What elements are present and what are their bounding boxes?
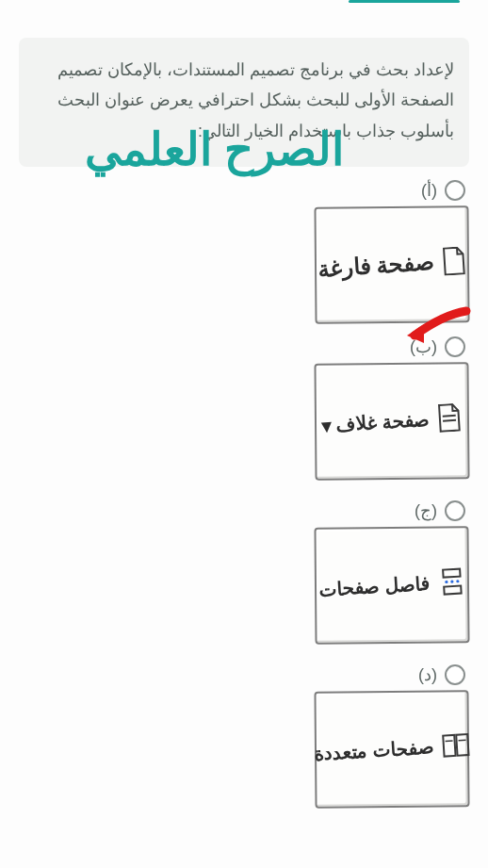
pointer-arrow-icon bbox=[405, 303, 471, 351]
tile-b[interactable]: صفحة غلاف ▾ bbox=[314, 362, 469, 480]
tile-a-text: صفحة فارغة bbox=[317, 249, 434, 282]
option-b: (ب) صفحة غلاف ▾ bbox=[19, 336, 469, 480]
svg-point-6 bbox=[449, 581, 452, 583]
tile-c[interactable]: فاصل صفحات bbox=[314, 526, 469, 644]
tile-d[interactable]: صفحات متعددة bbox=[314, 690, 469, 808]
svg-line-1 bbox=[443, 416, 456, 417]
tile-b-text: صفحة غلاف ▾ bbox=[321, 408, 431, 437]
option-c: (ج) فاصل صفحات bbox=[19, 500, 469, 644]
multi-page-icon bbox=[441, 732, 471, 759]
option-d: (د) صفحات متعددة bbox=[19, 664, 469, 808]
option-a-label: (أ) bbox=[421, 180, 437, 201]
page-cover-icon bbox=[437, 403, 464, 434]
option-c-label: (ج) bbox=[415, 500, 437, 521]
option-d-label: (د) bbox=[418, 664, 437, 685]
option-a: (أ) صفحة فارغة bbox=[19, 180, 469, 323]
page-break-icon bbox=[436, 566, 466, 597]
svg-point-5 bbox=[444, 581, 447, 583]
svg-rect-3 bbox=[442, 569, 459, 578]
svg-rect-9 bbox=[456, 734, 468, 756]
header-accent-bar bbox=[349, 0, 460, 3]
svg-rect-8 bbox=[443, 735, 455, 757]
tile-c-text: فاصل صفحات bbox=[317, 572, 431, 601]
tile-d-text: صفحات متعددة bbox=[314, 735, 435, 765]
svg-line-2 bbox=[444, 420, 457, 421]
radio-a[interactable] bbox=[445, 180, 465, 201]
page-blank-icon bbox=[441, 246, 467, 276]
svg-rect-4 bbox=[443, 586, 460, 595]
svg-marker-0 bbox=[407, 324, 424, 343]
radio-d[interactable] bbox=[445, 664, 465, 685]
quiz-page: لإعداد بحث في برنامج تصميم المستندات، با… bbox=[0, 0, 488, 868]
svg-point-7 bbox=[455, 580, 458, 582]
question-text: لإعداد بحث في برنامج تصميم المستندات، با… bbox=[19, 38, 469, 167]
radio-c[interactable] bbox=[445, 500, 465, 521]
